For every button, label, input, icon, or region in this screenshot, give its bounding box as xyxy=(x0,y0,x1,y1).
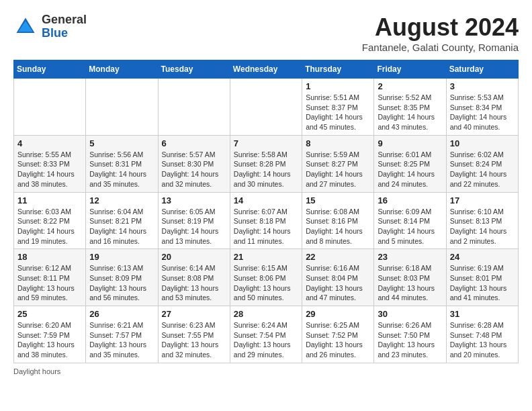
day-number: 28 xyxy=(234,309,298,319)
logo-general: General xyxy=(42,13,87,27)
day-info: Sunrise: 6:07 AMSunset: 8:18 PMDaylight:… xyxy=(234,207,298,246)
logo: General Blue xyxy=(13,13,87,40)
day-of-week-header: Wednesday xyxy=(230,60,302,79)
calendar-cell: 13Sunrise: 6:05 AMSunset: 8:19 PMDayligh… xyxy=(158,192,230,249)
day-of-week-header: Monday xyxy=(86,60,158,79)
month-year: August 2024 xyxy=(362,13,519,42)
day-number: 7 xyxy=(234,138,298,148)
calendar-cell: 24Sunrise: 6:19 AMSunset: 8:01 PMDayligh… xyxy=(446,249,518,306)
day-number: 5 xyxy=(89,138,154,148)
calendar-cell: 6Sunrise: 5:57 AMSunset: 8:30 PMDaylight… xyxy=(158,135,230,192)
page-header: General Blue August 2024 Fantanele, Gala… xyxy=(13,13,519,53)
calendar-cell xyxy=(14,79,86,136)
calendar-week-row: 18Sunrise: 6:12 AMSunset: 8:11 PMDayligh… xyxy=(14,249,519,306)
day-info: Sunrise: 6:02 AMSunset: 8:24 PMDaylight:… xyxy=(450,150,515,189)
day-number: 14 xyxy=(234,195,298,205)
day-number: 3 xyxy=(450,81,515,91)
day-number: 23 xyxy=(378,252,442,262)
day-number: 19 xyxy=(89,252,154,262)
day-number: 22 xyxy=(306,252,370,262)
day-info: Sunrise: 6:26 AMSunset: 7:50 PMDaylight:… xyxy=(378,320,442,360)
calendar-cell xyxy=(86,79,158,136)
title-area: August 2024 Fantanele, Galati County, Ro… xyxy=(362,13,519,53)
day-number: 18 xyxy=(17,252,82,262)
day-info: Sunrise: 6:12 AMSunset: 8:11 PMDaylight:… xyxy=(17,263,82,303)
day-number: 11 xyxy=(17,195,82,205)
day-info: Sunrise: 6:25 AMSunset: 7:52 PMDaylight:… xyxy=(306,320,370,360)
day-number: 24 xyxy=(450,252,515,262)
calendar-cell: 5Sunrise: 5:56 AMSunset: 8:31 PMDaylight… xyxy=(86,135,158,192)
day-number: 13 xyxy=(162,195,226,205)
day-number: 29 xyxy=(306,309,370,319)
calendar-cell: 17Sunrise: 6:10 AMSunset: 8:13 PMDayligh… xyxy=(446,192,518,249)
day-info: Sunrise: 6:09 AMSunset: 8:14 PMDaylight:… xyxy=(378,207,442,246)
day-info: Sunrise: 5:52 AMSunset: 8:35 PMDaylight:… xyxy=(378,93,442,132)
day-info: Sunrise: 5:51 AMSunset: 8:37 PMDaylight:… xyxy=(306,93,370,132)
day-number: 15 xyxy=(306,195,370,205)
day-of-week-header: Saturday xyxy=(446,60,518,79)
day-of-week-header: Tuesday xyxy=(158,60,230,79)
calendar-cell: 29Sunrise: 6:25 AMSunset: 7:52 PMDayligh… xyxy=(302,306,374,363)
day-info: Sunrise: 6:23 AMSunset: 7:55 PMDaylight:… xyxy=(162,320,226,360)
day-of-week-header: Friday xyxy=(374,60,446,79)
day-number: 21 xyxy=(234,252,298,262)
day-info: Sunrise: 6:10 AMSunset: 8:13 PMDaylight:… xyxy=(450,207,515,246)
calendar-cell: 2Sunrise: 5:52 AMSunset: 8:35 PMDaylight… xyxy=(374,79,446,136)
calendar-cell: 30Sunrise: 6:26 AMSunset: 7:50 PMDayligh… xyxy=(374,306,446,363)
day-number: 1 xyxy=(306,81,370,91)
calendar-cell: 16Sunrise: 6:09 AMSunset: 8:14 PMDayligh… xyxy=(374,192,446,249)
calendar-cell: 11Sunrise: 6:03 AMSunset: 8:22 PMDayligh… xyxy=(14,192,86,249)
day-info: Sunrise: 5:57 AMSunset: 8:30 PMDaylight:… xyxy=(162,150,226,189)
day-info: Sunrise: 5:59 AMSunset: 8:27 PMDaylight:… xyxy=(306,150,370,189)
day-info: Sunrise: 6:18 AMSunset: 8:03 PMDaylight:… xyxy=(378,263,442,303)
calendar-cell: 31Sunrise: 6:28 AMSunset: 7:48 PMDayligh… xyxy=(446,306,518,363)
location: Fantanele, Galati County, Romania xyxy=(362,42,519,53)
day-number: 8 xyxy=(306,138,370,148)
calendar-cell: 27Sunrise: 6:23 AMSunset: 7:55 PMDayligh… xyxy=(158,306,230,363)
calendar-week-row: 25Sunrise: 6:20 AMSunset: 7:59 PMDayligh… xyxy=(14,306,519,363)
calendar-cell: 8Sunrise: 5:59 AMSunset: 8:27 PMDaylight… xyxy=(302,135,374,192)
day-info: Sunrise: 5:58 AMSunset: 8:28 PMDaylight:… xyxy=(234,150,298,189)
day-info: Sunrise: 6:04 AMSunset: 8:21 PMDaylight:… xyxy=(89,207,154,246)
day-number: 27 xyxy=(162,309,226,319)
day-info: Sunrise: 6:15 AMSunset: 8:06 PMDaylight:… xyxy=(234,263,298,303)
calendar-week-row: 4Sunrise: 5:55 AMSunset: 8:33 PMDaylight… xyxy=(14,135,519,192)
day-info: Sunrise: 6:16 AMSunset: 8:04 PMDaylight:… xyxy=(306,263,370,303)
day-number: 31 xyxy=(450,309,515,319)
day-number: 26 xyxy=(89,309,154,319)
calendar-cell: 12Sunrise: 6:04 AMSunset: 8:21 PMDayligh… xyxy=(86,192,158,249)
day-info: Sunrise: 6:19 AMSunset: 8:01 PMDaylight:… xyxy=(450,263,515,303)
calendar-week-row: 11Sunrise: 6:03 AMSunset: 8:22 PMDayligh… xyxy=(14,192,519,249)
calendar-cell: 3Sunrise: 5:53 AMSunset: 8:34 PMDaylight… xyxy=(446,79,518,136)
calendar-table: SundayMondayTuesdayWednesdayThursdayFrid… xyxy=(13,60,519,363)
daylight-label: Daylight hours xyxy=(13,367,60,375)
day-number: 10 xyxy=(450,138,515,148)
day-info: Sunrise: 6:03 AMSunset: 8:22 PMDaylight:… xyxy=(17,207,82,246)
day-of-week-header: Sunday xyxy=(14,60,86,79)
calendar-cell: 4Sunrise: 5:55 AMSunset: 8:33 PMDaylight… xyxy=(14,135,86,192)
calendar-cell: 26Sunrise: 6:21 AMSunset: 7:57 PMDayligh… xyxy=(86,306,158,363)
calendar-cell: 20Sunrise: 6:14 AMSunset: 8:08 PMDayligh… xyxy=(158,249,230,306)
day-info: Sunrise: 6:20 AMSunset: 7:59 PMDaylight:… xyxy=(17,320,82,360)
calendar-cell: 28Sunrise: 6:24 AMSunset: 7:54 PMDayligh… xyxy=(230,306,302,363)
logo-icon xyxy=(13,15,38,39)
calendar-cell: 23Sunrise: 6:18 AMSunset: 8:03 PMDayligh… xyxy=(374,249,446,306)
calendar-cell: 15Sunrise: 6:08 AMSunset: 8:16 PMDayligh… xyxy=(302,192,374,249)
day-info: Sunrise: 6:08 AMSunset: 8:16 PMDaylight:… xyxy=(306,207,370,246)
day-number: 12 xyxy=(89,195,154,205)
day-info: Sunrise: 6:01 AMSunset: 8:25 PMDaylight:… xyxy=(378,150,442,189)
day-number: 25 xyxy=(17,309,82,319)
day-of-week-header: Thursday xyxy=(302,60,374,79)
calendar-cell: 7Sunrise: 5:58 AMSunset: 8:28 PMDaylight… xyxy=(230,135,302,192)
day-number: 4 xyxy=(17,138,82,148)
day-info: Sunrise: 6:24 AMSunset: 7:54 PMDaylight:… xyxy=(234,320,298,360)
day-info: Sunrise: 6:13 AMSunset: 8:09 PMDaylight:… xyxy=(89,263,154,303)
day-number: 17 xyxy=(450,195,515,205)
calendar-cell: 9Sunrise: 6:01 AMSunset: 8:25 PMDaylight… xyxy=(374,135,446,192)
day-number: 30 xyxy=(378,309,442,319)
day-info: Sunrise: 5:53 AMSunset: 8:34 PMDaylight:… xyxy=(450,93,515,132)
day-info: Sunrise: 6:05 AMSunset: 8:19 PMDaylight:… xyxy=(162,207,226,246)
calendar-cell xyxy=(230,79,302,136)
day-number: 2 xyxy=(378,81,442,91)
day-number: 16 xyxy=(378,195,442,205)
